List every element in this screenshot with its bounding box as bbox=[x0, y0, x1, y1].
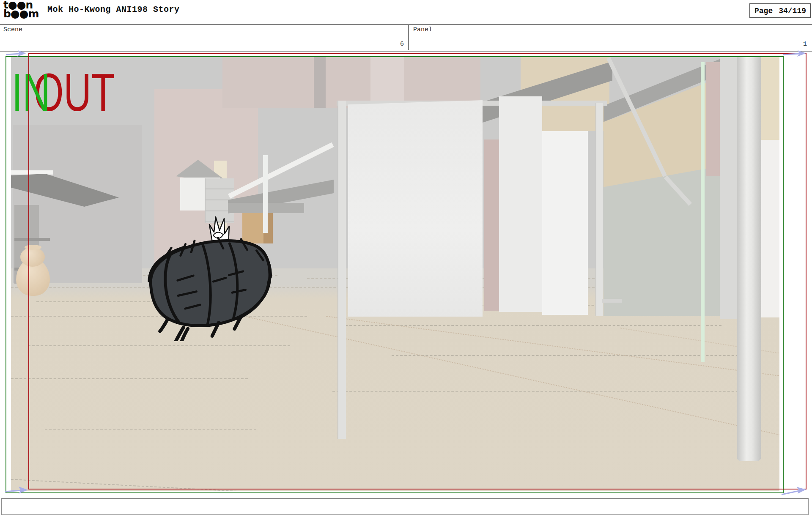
caption-box bbox=[1, 498, 809, 515]
barrel-body-sketch bbox=[145, 233, 276, 341]
page-label: Page bbox=[754, 7, 773, 15]
pole-bracket bbox=[602, 299, 622, 303]
mint-strip bbox=[701, 62, 705, 362]
banner-pole-left bbox=[337, 101, 346, 439]
background-wall-mauve bbox=[222, 57, 480, 108]
camera-in-label: IN bbox=[12, 66, 50, 119]
background-filler bbox=[720, 57, 738, 319]
storyboard-page: t●●n b●●m Mok Ho-Kwong ANI198 Story Page… bbox=[0, 0, 812, 525]
background-wall-strip bbox=[314, 57, 326, 108]
hanging-banner-right bbox=[499, 96, 542, 312]
scene-field-label: Scene bbox=[3, 26, 22, 33]
clay-pot-neck bbox=[20, 247, 45, 267]
hanging-banner-large bbox=[348, 100, 483, 317]
stall-shelf bbox=[14, 238, 50, 241]
page-number-box: Page 34/119 bbox=[749, 3, 811, 18]
right-edge-white bbox=[761, 140, 779, 317]
panel-field-value: 1 bbox=[0, 41, 807, 48]
floor-marking bbox=[28, 345, 290, 346]
floor-marking bbox=[45, 429, 256, 430]
camera-arrow-bottom-right bbox=[782, 487, 806, 495]
project-title: Mok Ho-Kwong ANI198 Story bbox=[47, 5, 180, 14]
right-edge-cream bbox=[761, 57, 779, 140]
background-wall-light bbox=[370, 57, 404, 108]
page-value: 34/119 bbox=[779, 7, 806, 15]
banner-pole-right bbox=[595, 103, 603, 316]
storyboard-panel-image bbox=[11, 57, 779, 491]
clay-pot-rim bbox=[25, 245, 41, 250]
stall-awning-edge bbox=[11, 170, 53, 175]
floor-marking bbox=[11, 378, 248, 379]
foreground-column bbox=[737, 57, 761, 461]
toonboom-logo-line2: b●●m bbox=[3, 10, 46, 19]
barrel-sketch bbox=[139, 214, 280, 341]
panel-field-label: Panel bbox=[413, 26, 432, 33]
floor-marking bbox=[332, 391, 755, 392]
toonboom-logo: t●●n b●●m bbox=[3, 1, 46, 18]
